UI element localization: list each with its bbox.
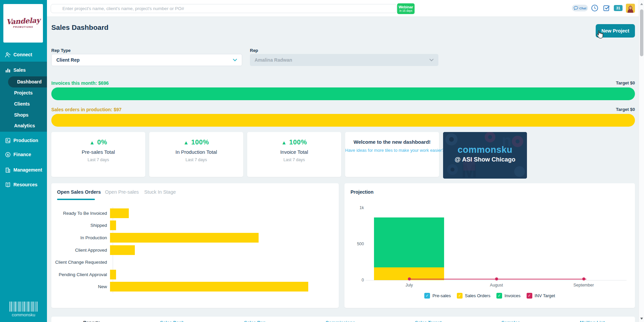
sidebar-item-label: Production [13,138,38,143]
legend-item: ✓Pre-sales [424,293,451,299]
tasks-icon[interactable] [603,4,610,11]
hbar-row: Pending Client Approval [51,268,339,281]
stat-card-presales: ▲0% Pre-sales Total Last 7 days [51,132,145,177]
sidebar-item-finance[interactable]: $ Finance [0,150,47,159]
clock-icon[interactable] [591,4,598,12]
chat-bubble-icon [574,6,578,10]
legend-checkbox[interactable]: ✓ [457,293,463,299]
rep-select[interactable]: Amalina Radwan [250,54,438,66]
legend-checkbox[interactable]: ✓ [496,293,502,299]
book-icon [5,182,11,188]
report-link[interactable]: Sales Target [415,320,441,322]
svg-text:$: $ [7,152,9,156]
chat-label: Chat [579,6,586,10]
legend-label: INV Target [535,293,555,298]
sidebar-item-clients[interactable]: Clients [14,100,30,108]
sidebar-item-label: Shops [14,112,29,118]
legend-item: ✓INV Target [527,293,555,299]
stat-period: Last 7 days [247,157,341,162]
stat-delta: ▲100% [149,138,243,146]
sidebar-item-resources[interactable]: Resources [0,180,47,189]
up-triangle-icon: ▲ [281,140,287,145]
legend-checkbox[interactable]: ✓ [527,293,532,299]
webinar-countdown: in 15 days [397,9,415,12]
rep-type-label: Rep Type [51,48,71,53]
sidebar-item-connect[interactable]: Connect [0,50,47,59]
sidebar-item-label: Sales [13,67,26,73]
hbar-chart: Ready To Be InvoicedShippedIn Production… [51,207,339,293]
stat-period: Last 7 days [149,157,243,162]
scroll-down-arrow[interactable] [640,318,643,320]
stat-label: In Production Total [149,149,243,155]
projection-bar-invoices [374,217,444,267]
sidebar-item-analytics[interactable]: Analytics [14,121,35,130]
hbar-bar [110,270,116,279]
promo-tile[interactable]: M n commonsku @ ASI Show Chicago [443,132,527,179]
legend-checkbox[interactable]: ✓ [424,293,430,299]
hbar-category-label: In Production [51,235,110,240]
promo-event: @ ASI Show Chicago [443,156,527,163]
welcome-link[interactable]: Have ideas for more tiles to make your w… [345,148,439,153]
report-link[interactable]: Sales Dash [160,320,184,322]
hbar-row: Shipped [51,219,339,232]
report-link[interactable]: Samples [501,320,520,322]
tab-open-sales-orders[interactable]: Open Sales Orders [57,189,101,195]
scrollbar-thumb[interactable] [640,9,643,56]
invoices-progress-label: Invoices this month: $696 [51,80,109,86]
stat-delta: ▲0% [51,138,145,146]
legend-label: Pre-sales [432,293,451,298]
sidebar-item-shops[interactable]: Shops [14,111,29,119]
stat-card-invoice: ▲100% Invoice Total Last 7 days [247,132,341,177]
hbar-row: In Production [51,232,339,244]
clipboard-check-icon [5,137,11,144]
chat-button[interactable]: Chat [572,5,588,11]
projection-panel: Projection 1k 500 0 JulyAugustSeptember … [344,183,635,308]
cursor-pointer [596,30,604,40]
hbar-category-label: Shipped [51,223,110,228]
rep-type-select[interactable]: Client Rep [51,54,242,66]
invoices-progress-bar [51,87,635,100]
scroll-up-arrow[interactable] [640,3,643,5]
search-input[interactable] [51,4,397,13]
report-link[interactable]: Sales Rep [244,320,266,322]
sidebar-item-label: Management [13,167,42,173]
scrollbar[interactable] [639,0,644,322]
sales-orders-target-label: Target $0 [616,107,635,112]
promo-text: commonsku @ ASI Show Chicago [443,145,527,163]
report-link[interactable]: Commissions [326,320,356,322]
hbar-category-label: Client Change Requested [51,260,110,265]
projection-xtick: September [573,283,594,287]
legend-label: Invoices [504,293,521,298]
reports-card: Reports Sales DashSales RepCommissionsSa… [51,317,635,322]
company-logo[interactable]: Vandelay PROMOTIONS [3,4,43,43]
hbar-category-label: Client Approved [51,248,110,253]
topbar: Webinar in 15 days Chat 31 [47,0,644,17]
chevron-down-icon [429,59,434,61]
sales-orders-progress-label: Sales orders in production: $97 [51,107,121,112]
sidebar-item-dashboard[interactable]: Dashboard [17,77,42,86]
sidebar-item-sales[interactable]: Sales [0,66,47,74]
hbar-row: Ready To Be Invoiced [51,207,339,219]
company-logo-sub: PROMOTIONS [3,26,43,28]
reports-heading: Reports [83,320,100,322]
page-title: Sales Dashboard [51,23,108,31]
webinar-badge[interactable]: Webinar in 15 days [397,3,415,14]
webinar-title: Webinar [397,5,415,9]
tab-open-pre-sales[interactable]: Open Pre-sales [105,189,139,195]
rep-value: Amalina Radwan [255,57,292,63]
hbar-row: Client Change Requested [51,256,339,268]
open-orders-panel: Open Sales Orders Open Pre-sales Stuck I… [51,183,339,308]
sidebar-item-label: Connect [13,52,32,57]
tab-stuck-in-stage[interactable]: Stuck In Stage [144,189,176,195]
sidebar-item-projects[interactable]: Projects [14,88,33,97]
report-link[interactable]: Mailing List [580,320,605,322]
sidebar-item-label: Resources [13,182,38,187]
legend-label: Sales Orders [465,293,490,298]
notification-badge[interactable]: 31 [614,5,623,11]
avatar[interactable] [626,4,635,13]
inv-target-dot [408,277,411,280]
sidebar-item-management[interactable]: Management [0,166,47,174]
sidebar-item-label: Dashboard [17,79,42,84]
ytick-0: 0 [349,278,364,282]
sidebar-item-production[interactable]: Production [0,136,47,145]
